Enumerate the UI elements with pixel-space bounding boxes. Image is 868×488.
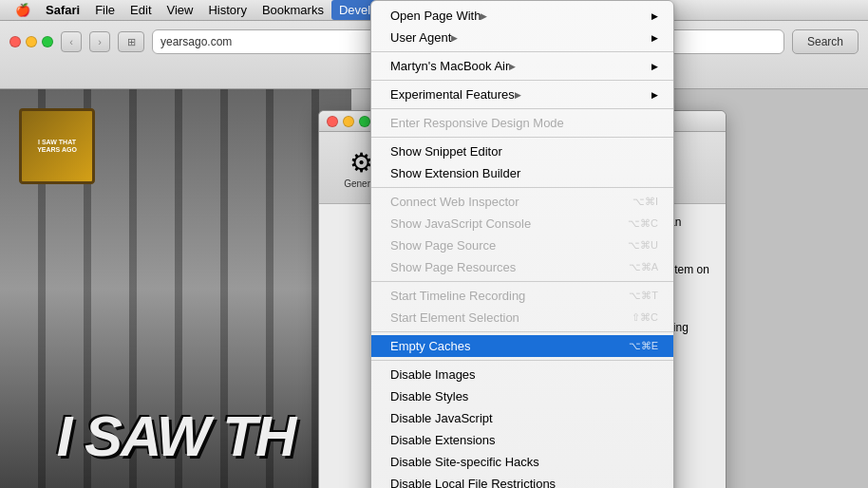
page-resources-label: Show Page Resources xyxy=(390,260,516,274)
responsive-design-label: Enter Responsive Design Mode xyxy=(390,116,564,130)
web-inspector-label: Connect Web Inspector xyxy=(390,195,519,209)
separator-3 xyxy=(371,108,673,109)
separator-8 xyxy=(371,360,673,361)
menu-item-responsive-design[interactable]: Enter Responsive Design Mode xyxy=(371,112,673,134)
menu-item-experimental[interactable]: Experimental Features ▶ xyxy=(371,84,673,105)
separator-2 xyxy=(371,80,673,81)
timeline-label: Start Timeline Recording xyxy=(390,289,525,303)
submenu-arrow-macbook: ▶ xyxy=(509,62,516,71)
timeline-shortcut: ⌥⌘T xyxy=(629,290,658,302)
disable-styles-label: Disable Styles xyxy=(390,389,468,404)
disable-extensions-label: Disable Extensions xyxy=(390,433,496,447)
open-page-with-label: Open Page With xyxy=(390,9,481,23)
disable-js-label: Disable JavaScript xyxy=(390,411,493,425)
menu-item-user-agent[interactable]: User Agent ▶ xyxy=(371,27,673,48)
dropdown-overlay: Open Page With ▶ User Agent ▶ Martyn's M… xyxy=(0,0,868,488)
menu-item-timeline[interactable]: Start Timeline Recording ⌥⌘T xyxy=(371,285,673,307)
js-console-shortcut: ⌥⌘C xyxy=(628,217,658,230)
separator-7 xyxy=(371,331,673,332)
experimental-label: Experimental Features xyxy=(390,87,515,102)
develop-dropdown: Open Page With ▶ User Agent ▶ Martyn's M… xyxy=(370,0,674,488)
menu-item-open-page-with[interactable]: Open Page With ▶ xyxy=(371,5,673,27)
disable-local-file-label: Disable Local File Restrictions xyxy=(390,477,556,488)
element-selection-label: Start Element Selection xyxy=(390,310,519,325)
disable-images-label: Disable Images xyxy=(390,367,476,382)
separator-1 xyxy=(371,51,673,52)
menu-item-disable-site-hacks[interactable]: Disable Site-specific Hacks xyxy=(371,451,673,473)
empty-caches-shortcut: ⌥⌘E xyxy=(629,340,658,352)
extension-builder-label: Show Extension Builder xyxy=(390,166,520,180)
empty-caches-label: Empty Caches xyxy=(390,339,471,353)
menu-item-empty-caches[interactable]: Empty Caches ⌥⌘E xyxy=(371,335,673,357)
menu-item-extension-builder[interactable]: Show Extension Builder xyxy=(371,162,673,184)
menu-item-web-inspector[interactable]: Connect Web Inspector ⌥⌘I xyxy=(371,191,673,213)
menu-item-disable-images[interactable]: Disable Images xyxy=(371,364,673,385)
menu-item-snippet-editor[interactable]: Show Snippet Editor xyxy=(371,141,673,162)
menu-item-page-source[interactable]: Show Page Source ⌥⌘U xyxy=(371,235,673,256)
page-source-label: Show Page Source xyxy=(390,238,496,253)
snippet-editor-label: Show Snippet Editor xyxy=(390,144,502,159)
menu-item-js-console[interactable]: Show JavaScript Console ⌥⌘C xyxy=(371,213,673,235)
js-console-label: Show JavaScript Console xyxy=(390,216,531,231)
submenu-arrow-experimental: ▶ xyxy=(515,90,521,100)
macbook-air-label: Martyn's MacBook Air xyxy=(390,59,509,73)
separator-6 xyxy=(371,281,673,282)
element-selection-shortcut: ⇧⌘C xyxy=(632,311,658,324)
menu-item-element-selection[interactable]: Start Element Selection ⇧⌘C xyxy=(371,307,673,328)
menu-item-disable-js[interactable]: Disable JavaScript xyxy=(371,407,673,429)
separator-5 xyxy=(371,187,673,188)
submenu-arrow-user-agent: ▶ xyxy=(451,33,458,43)
menu-item-page-resources[interactable]: Show Page Resources ⌥⌘A xyxy=(371,256,673,278)
disable-site-hacks-label: Disable Site-specific Hacks xyxy=(390,455,539,469)
user-agent-label: User Agent xyxy=(390,30,451,45)
menu-item-disable-extensions[interactable]: Disable Extensions xyxy=(371,429,673,451)
web-inspector-shortcut: ⌥⌘I xyxy=(632,196,658,208)
menu-item-disable-local-file[interactable]: Disable Local File Restrictions xyxy=(371,473,673,488)
menu-item-macbook-air[interactable]: Martyn's MacBook Air ▶ xyxy=(371,55,673,77)
page-resources-shortcut: ⌥⌘A xyxy=(629,261,658,273)
menu-item-disable-styles[interactable]: Disable Styles xyxy=(371,385,673,407)
submenu-arrow-open-page: ▶ xyxy=(481,11,487,21)
separator-4 xyxy=(371,137,673,138)
page-source-shortcut: ⌥⌘U xyxy=(628,239,658,252)
